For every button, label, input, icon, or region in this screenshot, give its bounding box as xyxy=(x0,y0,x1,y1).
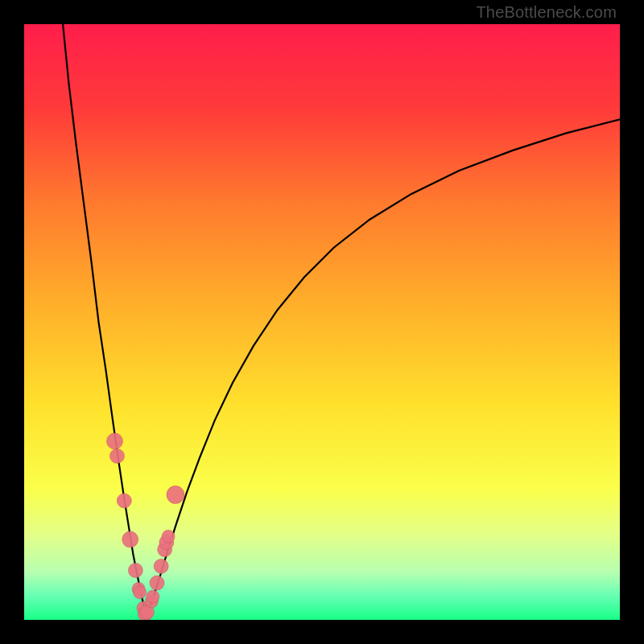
data-marker xyxy=(134,586,147,599)
data-marker xyxy=(150,576,164,590)
data-marker xyxy=(109,449,124,464)
outer-frame: TheBottleneck.com xyxy=(0,0,644,644)
data-marker xyxy=(122,531,138,547)
data-marker xyxy=(128,564,142,578)
gradient-background xyxy=(24,24,620,620)
data-marker xyxy=(154,559,168,573)
data-marker xyxy=(147,590,159,603)
data-marker xyxy=(117,493,131,508)
data-marker xyxy=(167,486,184,504)
data-marker xyxy=(162,530,175,543)
data-marker xyxy=(106,433,122,449)
chart-svg xyxy=(24,24,620,620)
watermark-text: TheBottleneck.com xyxy=(476,3,617,22)
plot-area xyxy=(24,24,620,620)
